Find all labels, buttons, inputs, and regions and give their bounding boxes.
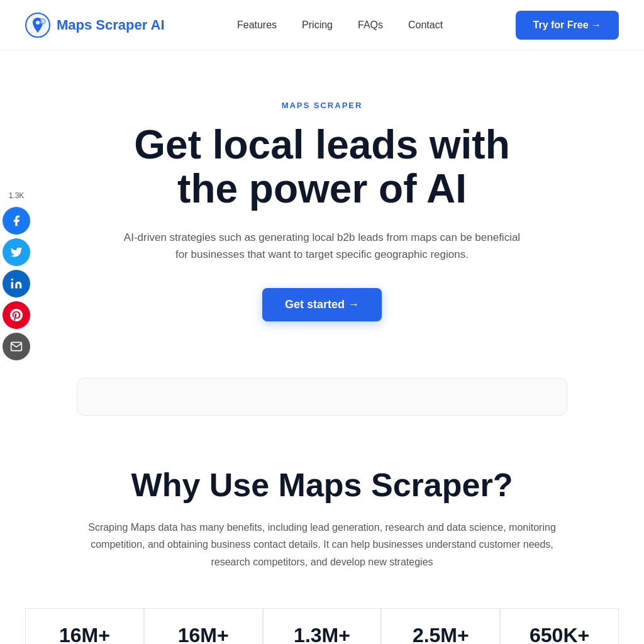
hero-image-placeholder	[77, 378, 567, 416]
nav-cta-button[interactable]: Try for Free →	[516, 11, 619, 40]
nav-link-features[interactable]: Features	[237, 19, 277, 31]
stat-value-4: 650K+	[508, 624, 611, 644]
facebook-icon	[10, 214, 23, 227]
hero-title-line2: the power of AI	[177, 166, 467, 211]
stat-card-4: 650K+	[500, 609, 619, 644]
nav-links: Features Pricing FAQs Contact	[237, 19, 443, 31]
stat-value-2: 1.3M+	[271, 624, 374, 644]
hero-section: MAPS SCRAPER Get local leads with the po…	[39, 50, 605, 347]
linkedin-icon	[10, 277, 23, 290]
pinterest-share-button[interactable]	[3, 301, 30, 329]
svg-point-2	[11, 279, 13, 280]
stat-value-1: 16M+	[152, 624, 255, 644]
why-section: Why Use Maps Scraper? Scraping Maps data…	[0, 416, 644, 644]
navbar: Maps Scraper AI Features Pricing FAQs Co…	[0, 0, 644, 50]
linkedin-share-button[interactable]	[3, 270, 30, 297]
nav-link-faqs[interactable]: FAQs	[358, 19, 383, 31]
email-icon	[10, 340, 23, 353]
nav-logo-text: Maps Scraper AI	[57, 17, 165, 33]
hero-subtitle: AI-driven strategies such as generating …	[121, 229, 523, 263]
twitter-icon	[10, 246, 23, 258]
social-sidebar: 1.3K	[0, 189, 33, 362]
why-description: Scraping Maps data has many benefits, in…	[77, 519, 567, 570]
twitter-share-button[interactable]	[3, 238, 30, 266]
nav-link-pricing[interactable]: Pricing	[302, 19, 333, 31]
nav-link-contact[interactable]: Contact	[408, 19, 443, 31]
stat-card-2: 1.3M+	[263, 609, 382, 644]
hero-title-line1: Get local leads with	[134, 122, 510, 167]
facebook-share-button[interactable]	[3, 207, 30, 235]
stat-card-1: 16M+	[144, 609, 263, 644]
pinterest-icon	[10, 309, 23, 321]
stat-card-3: 2.5M+	[381, 609, 500, 644]
nav-logo[interactable]: Maps Scraper AI	[25, 13, 165, 38]
stats-row: 16M+ 16M+ 1.3M+ 2.5M+ 650K+	[25, 608, 619, 644]
social-share-count: 1.3K	[5, 189, 28, 203]
hero-cta-button[interactable]: Get started →	[262, 288, 382, 321]
hero-title: Get local leads with the power of AI	[52, 123, 592, 211]
logo-icon	[25, 13, 50, 38]
hero-tag: MAPS SCRAPER	[52, 101, 592, 110]
stat-value-0: 16M+	[33, 624, 136, 644]
stat-value-3: 2.5M+	[389, 624, 492, 644]
stat-card-0: 16M+	[25, 609, 144, 644]
why-title: Why Use Maps Scraper?	[25, 466, 619, 504]
email-share-button[interactable]	[3, 333, 30, 360]
